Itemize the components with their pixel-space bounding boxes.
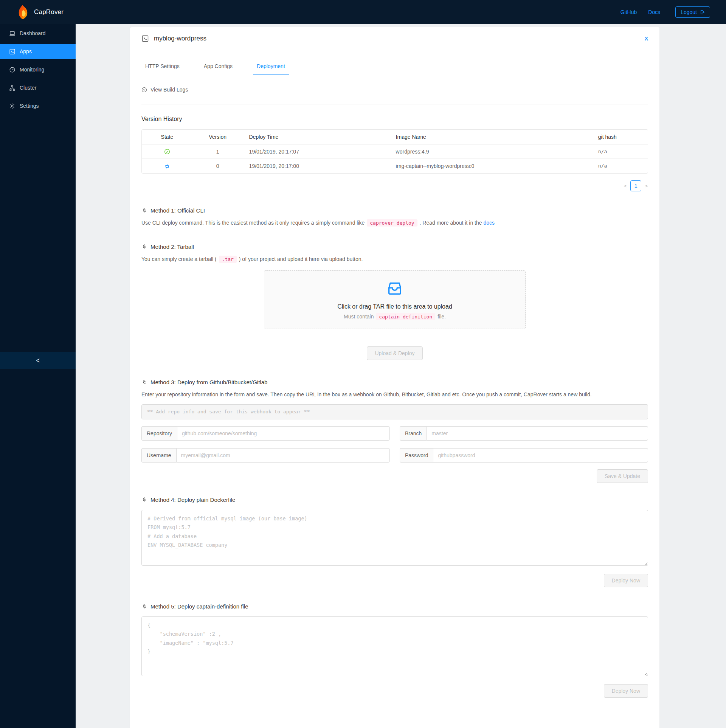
- card-header: myblog-wordpress X: [130, 27, 659, 50]
- method5-heading: Method 5: Deploy captain-definition file: [141, 603, 648, 610]
- chevron-left-icon: <: [36, 355, 39, 365]
- method3-title: Method 3: Deploy from Github/Bitbucket/G…: [150, 379, 267, 385]
- pagination: < 1 >: [141, 180, 648, 191]
- column-deploy-time: Deploy Time: [243, 130, 390, 144]
- upload-hint-before: Must contain: [344, 314, 374, 320]
- method3-description: Enter your repository information in the…: [141, 390, 648, 399]
- git-hash-cell: n/a: [592, 144, 648, 159]
- rocket-icon: [141, 244, 147, 250]
- branch-field-group: Branch: [400, 426, 648, 441]
- sidebar-item-cluster[interactable]: Cluster: [0, 80, 76, 95]
- version-history-title: Version History: [141, 116, 648, 123]
- apps-icon: [9, 48, 16, 55]
- divider: [141, 104, 648, 104]
- sidebar-item-label: Cluster: [20, 85, 36, 91]
- repository-label: Repository: [141, 426, 177, 441]
- github-link[interactable]: GitHub: [621, 9, 637, 15]
- app-name: myblog-wordpress: [154, 35, 206, 42]
- monitoring-icon: [9, 67, 16, 73]
- method4-heading: Method 4: Deploy plain Dockerfile: [141, 497, 648, 503]
- dashboard-icon: [9, 30, 16, 37]
- close-icon[interactable]: X: [645, 36, 648, 42]
- method1-heading: Method 1: Official CLI: [141, 207, 648, 214]
- username-field[interactable]: [176, 448, 390, 463]
- sidebar-item-dashboard[interactable]: Dashboard: [0, 26, 76, 41]
- version-cell: 0: [192, 159, 243, 173]
- pagination-page-1[interactable]: 1: [630, 180, 641, 191]
- branch-field[interactable]: [427, 426, 648, 441]
- sidebar-item-apps[interactable]: Apps: [0, 44, 76, 59]
- inbox-icon: [386, 280, 403, 297]
- app-title: myblog-wordpress: [141, 35, 206, 42]
- dockerfile-textarea[interactable]: [141, 510, 648, 566]
- sidebar-menu: Dashboard Apps Monitoring Cluster: [0, 24, 76, 113]
- chevron-left-icon[interactable]: <: [624, 183, 627, 189]
- sidebar-item-settings[interactable]: Settings: [0, 98, 76, 113]
- column-git-hash: git hash: [592, 130, 648, 144]
- main-content: myblog-wordpress X HTTP Settings App Con…: [76, 24, 726, 728]
- docs-link[interactable]: Docs: [648, 9, 660, 15]
- tab-http-settings[interactable]: HTTP Settings: [141, 62, 183, 75]
- method1-desc-before: Use CLI deploy command. This is the easi…: [141, 220, 365, 226]
- upload-hint-after: file.: [437, 314, 446, 320]
- deploy-time-cell: 19/01/2019, 20:17:07: [243, 144, 390, 159]
- repo-form: Repository Branch Username Password: [141, 426, 648, 463]
- deploy-now-dockerfile-button[interactable]: Deploy Now: [604, 574, 648, 587]
- method1-desc-after: . Read more about it in the: [420, 220, 482, 226]
- save-update-button[interactable]: Save & Update: [597, 469, 648, 483]
- brand: CapRover: [17, 5, 64, 19]
- repository-field-group: Repository: [141, 426, 390, 441]
- sidebar: Dashboard Apps Monitoring Cluster: [0, 24, 76, 728]
- repository-field[interactable]: [177, 426, 390, 441]
- column-state: State: [142, 130, 192, 144]
- rocket-icon: [141, 208, 147, 213]
- view-build-logs-toggle[interactable]: View Build Logs: [141, 87, 648, 93]
- sidebar-item-label: Dashboard: [20, 30, 46, 36]
- username-label: Username: [141, 448, 176, 463]
- deploy-now-captain-definition-button[interactable]: Deploy Now: [604, 684, 648, 698]
- brand-name: CapRover: [34, 8, 64, 16]
- branch-label: Branch: [400, 426, 427, 441]
- password-field-group: Password: [400, 448, 648, 463]
- tab-deployment[interactable]: Deployment: [253, 62, 289, 75]
- upload-hint: Must contain captain-definition file.: [344, 314, 446, 320]
- sidebar-item-label: Settings: [20, 103, 39, 109]
- method4-title: Method 4: Deploy plain Dockerfile: [150, 497, 235, 503]
- sidebar-collapse-trigger[interactable]: <: [0, 352, 76, 369]
- tar-code: .tar: [219, 256, 237, 263]
- rocket-icon: [141, 497, 147, 503]
- check-circle-icon: [164, 148, 170, 154]
- docs-inline-link[interactable]: docs: [483, 220, 495, 226]
- logout-icon: [700, 9, 705, 15]
- settings-icon: [9, 103, 16, 109]
- view-build-logs-label: View Build Logs: [150, 87, 188, 93]
- caprover-flame-logo-icon: [17, 5, 29, 19]
- top-navbar: CapRover GitHub Docs Logout: [0, 0, 726, 24]
- password-field[interactable]: [433, 448, 648, 463]
- method2-heading: Method 2: Tarball: [141, 244, 648, 250]
- sidebar-item-label: Monitoring: [20, 67, 44, 73]
- upload-instruction: Click or drag TAR file to this area to u…: [337, 303, 452, 310]
- chevron-right-icon[interactable]: >: [645, 183, 648, 189]
- method2-description: You can simply create a tarball ( .tar )…: [141, 255, 648, 264]
- tab-app-configs[interactable]: App Configs: [200, 62, 236, 75]
- table-header-row: State Version Deploy Time Image Name git…: [142, 130, 648, 144]
- captain-definition-textarea[interactable]: [141, 616, 648, 676]
- webhook-url-field[interactable]: [141, 404, 648, 419]
- method2-title: Method 2: Tarball: [150, 244, 194, 250]
- table-row: 0 19/01/2019, 20:17:00 img-captain--mybl…: [142, 159, 648, 173]
- tar-upload-dropzone[interactable]: Click or drag TAR file to this area to u…: [264, 270, 526, 329]
- cluster-icon: [9, 85, 16, 91]
- upload-deploy-button[interactable]: Upload & Deploy: [367, 346, 422, 360]
- rocket-icon: [141, 604, 147, 609]
- method5-title: Method 5: Deploy captain-definition file: [150, 603, 248, 610]
- code-icon: [141, 35, 149, 42]
- app-details-card: myblog-wordpress X HTTP Settings App Con…: [130, 27, 659, 728]
- image-name-cell: img-captain--myblog-wordpress:0: [390, 159, 592, 173]
- logout-button[interactable]: Logout: [675, 6, 710, 18]
- logout-label: Logout: [681, 9, 697, 15]
- method2-desc-before: You can simply create a tarball (: [141, 256, 217, 262]
- captain-definition-code: captain-definition: [376, 313, 435, 320]
- caprover-deploy-code: caprover deploy: [367, 219, 417, 227]
- sidebar-item-monitoring[interactable]: Monitoring: [0, 62, 76, 77]
